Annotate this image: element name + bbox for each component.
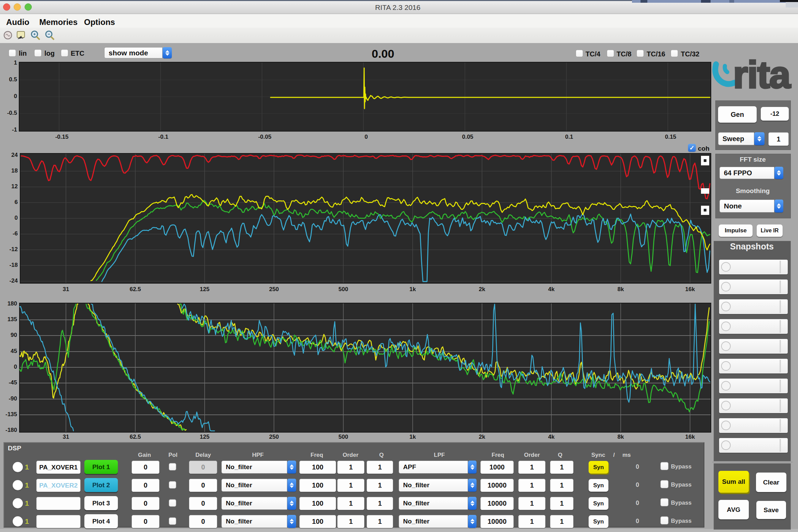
svg-text:rita: rita — [733, 55, 791, 92]
